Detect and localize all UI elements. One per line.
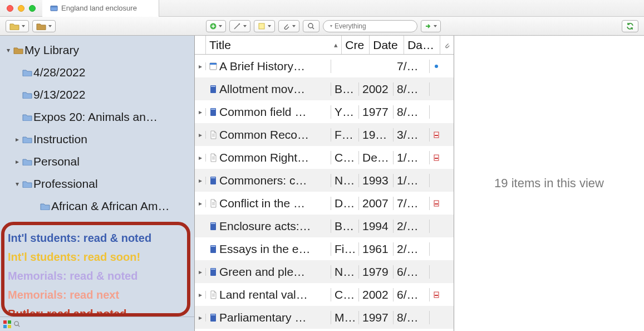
web-icon <box>209 62 217 71</box>
tag-item[interactable]: Memorials: read & noted <box>8 266 184 285</box>
item-date-added: 3/… <box>394 128 430 142</box>
sidebar-item[interactable]: African & African Am… <box>0 195 194 217</box>
item-row[interactable]: ▸Common field …Y…19778/… <box>195 100 454 123</box>
folder-icon <box>21 158 33 166</box>
library-icon <box>12 46 24 54</box>
svg-rect-24 <box>212 158 215 158</box>
item-row[interactable]: ▸Common Right…C…De…1/… <box>195 146 454 169</box>
col-title[interactable]: Title <box>206 36 342 54</box>
quicksearch[interactable]: ▾ <box>323 20 417 32</box>
sidebar-item[interactable]: ▸Personal <box>0 150 194 173</box>
search-icon <box>307 22 315 30</box>
item-date: 2007 <box>359 197 394 210</box>
tab-collection[interactable]: England land enclosure <box>42 0 159 17</box>
twisty-icon[interactable]: ▸ <box>195 199 206 207</box>
close-icon[interactable] <box>7 5 13 12</box>
item-row[interactable]: ▸Parliamentary …M…19978/… <box>195 306 454 329</box>
item-date: 1994 <box>359 220 394 233</box>
item-row[interactable]: ▸Land rental val…C…20026/… <box>195 283 454 306</box>
col-date[interactable]: Date <box>370 36 404 54</box>
zoom-icon[interactable] <box>29 5 36 12</box>
item-creator: N… <box>331 265 359 279</box>
note-icon <box>258 22 266 30</box>
item-date-added: 8/… <box>394 311 430 324</box>
new-note-button[interactable] <box>254 20 275 32</box>
new-library-button[interactable] <box>32 20 56 32</box>
locate-button[interactable] <box>421 20 441 32</box>
item-row[interactable]: ▸Conflict in the …D…20077/… <box>195 192 454 215</box>
item-row[interactable]: Enclosure acts:…B…19942/… <box>195 215 454 237</box>
col-expand[interactable] <box>195 36 206 54</box>
item-date: De… <box>359 151 394 164</box>
book-icon <box>209 313 217 322</box>
sidebar-item[interactable]: 9/13/2022 <box>0 84 194 106</box>
tag-item[interactable]: Int'l students: read soon! <box>8 247 184 266</box>
twisty-icon[interactable]: ▸ <box>195 154 206 162</box>
tag-item[interactable]: Butler: read and noted <box>8 304 184 317</box>
item-title: Common Reco… <box>206 128 331 142</box>
item-row[interactable]: ▸Common Reco…F…19…3/… <box>195 123 454 146</box>
twisty-icon[interactable]: ▸ <box>195 268 206 276</box>
col-attachment[interactable] <box>440 36 454 54</box>
twisty-icon[interactable]: ▸ <box>195 291 206 299</box>
new-item-button[interactable] <box>206 20 226 32</box>
item-info-pane: 19 items in this view <box>454 36 644 331</box>
svg-point-5 <box>308 23 313 28</box>
sidebar-item[interactable]: ▾My Library <box>0 39 194 61</box>
tag-filter-input[interactable] <box>23 320 191 328</box>
folder-plus-icon <box>9 22 19 30</box>
svg-rect-20 <box>212 136 215 137</box>
item-creator: C… <box>331 288 359 301</box>
twisty-icon[interactable]: ▾ <box>13 173 21 195</box>
sync-button[interactable] <box>622 20 638 32</box>
advanced-search-button[interactable] <box>303 20 319 32</box>
twisty-icon[interactable]: ▸ <box>195 131 206 139</box>
svg-rect-19 <box>212 135 215 135</box>
item-attachment-indicator <box>430 132 443 138</box>
item-row[interactable]: ▸A Brief History…7/… <box>195 55 454 77</box>
tab-title: England land enclosure <box>61 4 137 12</box>
sidebar-item[interactable]: ▸Instruction <box>0 128 194 150</box>
item-title: Land rental val… <box>206 288 331 301</box>
new-collection-button[interactable] <box>6 20 29 32</box>
collection-icon <box>50 4 58 12</box>
tag-item[interactable]: Int'l students: read & noted <box>8 228 184 247</box>
twisty-icon[interactable]: ▸ <box>13 150 21 173</box>
twisty-icon[interactable]: ▸ <box>195 177 206 184</box>
item-date: 1977 <box>359 105 394 119</box>
col-date-added[interactable]: Da… <box>404 36 440 54</box>
twisty-icon[interactable]: ▾ <box>4 39 12 61</box>
sync-icon <box>626 22 634 30</box>
item-date-added: 8/… <box>394 105 430 119</box>
item-row[interactable]: ▸Green and ple…N…19796/… <box>195 260 454 283</box>
sidebar-item[interactable]: 4/28/2022 <box>0 61 194 84</box>
svg-rect-29 <box>211 177 215 178</box>
item-row[interactable]: ▸Commoners: c…N…19931/… <box>195 169 454 192</box>
add-attachment-button[interactable] <box>278 20 299 32</box>
twisty-icon[interactable]: ▸ <box>13 128 21 150</box>
svg-rect-15 <box>211 86 215 87</box>
minimize-icon[interactable] <box>18 5 24 12</box>
col-creator[interactable]: Cre <box>342 36 370 54</box>
item-title: Green and ple… <box>206 265 331 279</box>
item-title: Common Right… <box>206 151 331 164</box>
item-date-added: 2/… <box>394 220 430 233</box>
folder-icon <box>21 180 33 188</box>
tag-item[interactable]: Memorials: read next <box>8 285 184 304</box>
sidebar-item[interactable]: ▾Professional <box>0 173 194 195</box>
tag-swatches-icon[interactable] <box>3 320 11 328</box>
doc-icon <box>209 290 217 299</box>
search-mode-chevron-icon[interactable]: ▾ <box>330 23 332 28</box>
item-row[interactable]: Essays in the e…Fi…19612/… <box>195 237 454 260</box>
sidebar-item[interactable]: Expos 20: Animals an… <box>0 106 194 128</box>
wand-icon <box>233 22 241 30</box>
item-row[interactable]: Allotment mov…B…20028/… <box>195 77 454 100</box>
item-creator: M… <box>331 311 359 324</box>
twisty-icon[interactable]: ▸ <box>195 314 206 322</box>
item-title: Allotment mov… <box>206 82 331 96</box>
svg-rect-27 <box>435 158 438 159</box>
search-input[interactable] <box>335 22 418 30</box>
add-by-identifier-button[interactable] <box>229 20 250 32</box>
twisty-icon[interactable]: ▸ <box>195 62 206 70</box>
twisty-icon[interactable]: ▸ <box>195 108 206 116</box>
